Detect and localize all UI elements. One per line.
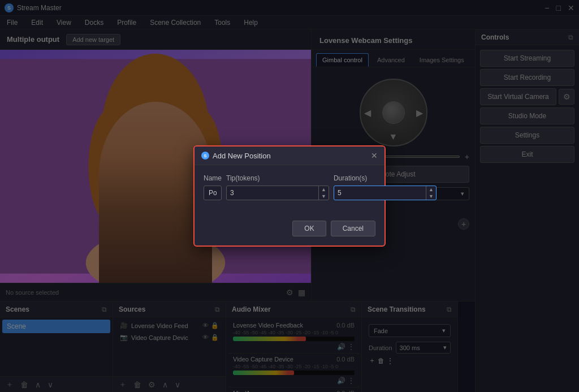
dialog-overlay: S Add New Position ✕ Name Tip(tokens) ▲ — [0, 0, 579, 392]
dialog-duration-header: Duration(s) — [334, 174, 437, 182]
dialog-footer: OK Cancel — [195, 216, 384, 245]
tip-arrow-up[interactable]: ▲ — [319, 186, 329, 193]
dialog-tip-spinner[interactable]: ▲ ▼ — [226, 186, 329, 200]
dialog-duration-arrows: ▲ ▼ — [426, 186, 436, 200]
dialog-name-header: Name — [204, 174, 222, 182]
dialog-title-bar: S Add New Position ✕ — [195, 147, 384, 165]
dialog-name-input[interactable] — [204, 186, 222, 200]
duration-arrow-down[interactable]: ▼ — [426, 193, 436, 200]
dialog-app-icon: S — [201, 152, 209, 160]
dialog-col-tip: Tip(tokens) ▲ ▼ — [226, 174, 329, 200]
dialog-tip-input[interactable] — [227, 186, 318, 200]
dialog-columns: Name Tip(tokens) ▲ ▼ Duration(s) — [204, 174, 375, 200]
dialog-tip-arrows: ▲ ▼ — [318, 186, 329, 200]
dialog-title: Add New Position — [213, 152, 271, 160]
dialog-tip-header: Tip(tokens) — [226, 174, 329, 182]
dialog-body: Name Tip(tokens) ▲ ▼ Duration(s) — [195, 165, 384, 216]
dialog-ok-button[interactable]: OK — [292, 221, 326, 236]
dialog-title-icon-row: S Add New Position — [201, 152, 271, 160]
tip-arrow-down[interactable]: ▼ — [319, 193, 329, 200]
dialog-col-duration: Duration(s) ▲ ▼ — [334, 174, 437, 200]
duration-arrow-up[interactable]: ▲ — [426, 186, 436, 193]
dialog-cancel-button[interactable]: Cancel — [331, 221, 375, 236]
add-position-dialog: S Add New Position ✕ Name Tip(tokens) ▲ — [193, 145, 386, 247]
dialog-col-name: Name — [204, 174, 222, 200]
dialog-duration-spinner[interactable]: ▲ ▼ — [334, 186, 437, 200]
dialog-close-button[interactable]: ✕ — [371, 151, 378, 160]
dialog-duration-input[interactable] — [334, 186, 426, 200]
